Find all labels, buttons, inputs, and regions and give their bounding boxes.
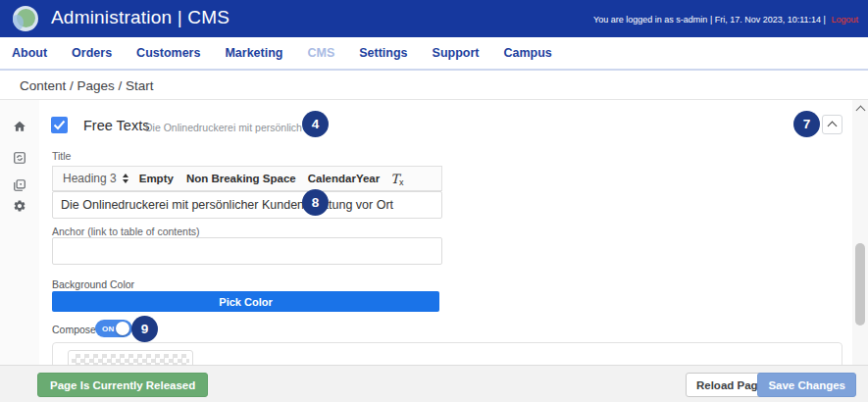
- logout-link[interactable]: Logout: [831, 15, 858, 25]
- heading-select-value: Heading 3: [63, 172, 117, 185]
- toolbar-calendaryear-button[interactable]: CalendarYear: [308, 173, 381, 184]
- select-arrows-icon: [123, 174, 128, 183]
- compose-label: Compose: [52, 324, 96, 335]
- background-color-label: Background Color: [52, 278, 134, 290]
- globe-arc-icon: [13, 15, 24, 30]
- toolbar-empty-button[interactable]: Empty: [139, 173, 174, 184]
- collapse-section-button[interactable]: [822, 115, 842, 134]
- checkerboard-pattern: [72, 354, 189, 365]
- nav-item-orders[interactable]: Orders: [72, 46, 112, 60]
- toggle-knob: [116, 322, 129, 335]
- pick-color-button[interactable]: Pick Color: [52, 291, 439, 312]
- settings-gear-icon[interactable]: [13, 199, 26, 213]
- save-changes-button[interactable]: Save Changes: [757, 373, 856, 397]
- section-subtitle: Die Onlinedruckerei mit persönlicher Kun…: [145, 122, 302, 133]
- anchor-label: Anchor (link to table of contents): [52, 226, 200, 237]
- page-released-button[interactable]: Page Is Currently Released: [37, 373, 208, 397]
- vertical-scrollbar[interactable]: [852, 100, 868, 365]
- anchor-input[interactable]: [52, 237, 442, 265]
- pages-icon[interactable]: [13, 178, 26, 192]
- toggle-on-label: ON: [102, 325, 115, 333]
- compose-toggle[interactable]: ON: [95, 320, 132, 337]
- clear-formatting-icon[interactable]: Tx: [390, 170, 403, 187]
- login-status-text: You are logged in as s-admin: [593, 15, 707, 25]
- datetime-text: | Fri, 17. Nov 2023, 10:11:14 |: [710, 15, 826, 25]
- bottom-action-bar: Page Is Currently Released Reload Page S…: [0, 365, 868, 402]
- title-input[interactable]: [52, 191, 442, 219]
- cms-admin-window: Administration | CMS You are logged in a…: [0, 0, 868, 402]
- main-area: Free Texts Die Onlinedruckerei mit persö…: [0, 100, 868, 365]
- nav-item-cms[interactable]: CMS: [307, 46, 334, 60]
- step-badge-4: 4: [302, 111, 329, 137]
- media-refresh-icon[interactable]: [13, 151, 26, 165]
- main-nav: About Orders Customers Marketing CMS Set…: [0, 37, 868, 71]
- step-badge-7: 7: [793, 111, 820, 137]
- breadcrumb[interactable]: Content / Pages / Start: [20, 78, 154, 93]
- heading-style-select[interactable]: Heading 3: [63, 172, 128, 185]
- breadcrumb-bar: Content / Pages / Start: [0, 73, 868, 100]
- section-title: Free Texts: [83, 118, 149, 133]
- top-header: Administration | CMS You are logged in a…: [0, 0, 868, 37]
- nav-item-settings[interactable]: Settings: [359, 46, 407, 60]
- page-content: Free Texts Die Onlinedruckerei mit persö…: [39, 100, 852, 365]
- nav-item-marketing[interactable]: Marketing: [225, 46, 282, 60]
- step-badge-9: 9: [131, 316, 158, 342]
- step-badge-8: 8: [302, 189, 329, 216]
- chevron-up-icon: [828, 122, 838, 131]
- toolbar-nbsp-button[interactable]: Non Breaking Space: [186, 173, 296, 184]
- app-title: Administration | CMS: [51, 7, 230, 28]
- scroll-up-arrow-icon[interactable]: [855, 106, 865, 116]
- scrollbar-thumb[interactable]: [855, 243, 865, 326]
- nav-item-support[interactable]: Support: [433, 46, 480, 60]
- nav-item-customers[interactable]: Customers: [136, 46, 200, 60]
- brand-logo-icon: [13, 6, 38, 31]
- title-label: Title: [52, 150, 71, 162]
- home-icon[interactable]: [13, 120, 26, 133]
- session-info: You are logged in as s-admin | Fri, 17. …: [593, 15, 858, 25]
- nav-item-about[interactable]: About: [12, 46, 47, 60]
- nav-item-campus[interactable]: Campus: [503, 46, 551, 60]
- free-texts-checkbox[interactable]: [51, 117, 68, 133]
- transparent-color-swatch[interactable]: [68, 350, 193, 365]
- compose-panel: [52, 342, 842, 365]
- sidebar-rail: [0, 100, 39, 365]
- title-editor-toolbar: Heading 3 Empty Non Breaking Space Calen…: [52, 166, 442, 191]
